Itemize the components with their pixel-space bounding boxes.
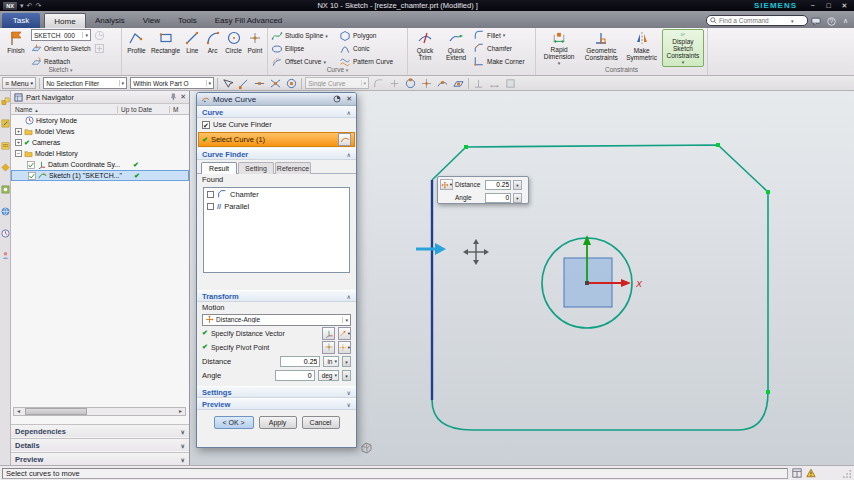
- suppression-checkbox-icon[interactable]: [28, 172, 36, 180]
- selection-filter-combo[interactable]: No Selection Filter ▾: [43, 77, 127, 89]
- point-options-button[interactable]: ▾: [338, 341, 351, 354]
- tab-analysis[interactable]: Analysis: [86, 13, 134, 28]
- quadrant-snap-icon[interactable]: [404, 77, 417, 89]
- minimize-button[interactable]: −: [806, 1, 819, 11]
- navigator-horizontal-scrollbar[interactable]: ◂ ▸: [13, 407, 186, 416]
- use-curve-finder-checkbox[interactable]: ✔: [202, 121, 210, 129]
- studio-spline-button[interactable]: Studio Spline▾: [271, 30, 339, 42]
- section-transform[interactable]: Transform ∧: [197, 290, 356, 302]
- dialog-titlebar[interactable]: Move Curve ✕: [197, 93, 356, 106]
- vertex-point[interactable]: [464, 145, 468, 149]
- maximize-button[interactable]: □: [822, 1, 835, 11]
- column-name[interactable]: Name ▲: [11, 106, 118, 113]
- section-preview[interactable]: Preview ∨: [11, 452, 189, 465]
- suppression-checkbox-icon[interactable]: [27, 161, 35, 169]
- ellipse-button[interactable]: Ellipse: [271, 43, 339, 55]
- scroll-right-icon[interactable]: ▸: [176, 408, 185, 415]
- dialog-options-icon[interactable]: [333, 95, 341, 103]
- scroll-left-icon[interactable]: ◂: [14, 408, 23, 415]
- resize-grip[interactable]: [843, 469, 852, 478]
- follow-fillet-icon[interactable]: [372, 77, 385, 89]
- minimize-ribbon-icon[interactable]: ∧: [843, 17, 848, 25]
- point-on-curve-snap-icon[interactable]: [436, 77, 449, 89]
- scrollbar-thumb[interactable]: [25, 408, 87, 415]
- fillet-dropdown-icon[interactable]: ▾: [503, 32, 506, 38]
- motion-combo-dropdown-icon[interactable]: ▾: [342, 317, 348, 323]
- polygon-button[interactable]: Polygon: [339, 30, 401, 42]
- sketch-name-combo[interactable]: SKETCH_000 ▾: [31, 29, 91, 41]
- apply-button[interactable]: Apply: [259, 416, 297, 429]
- undo-icon[interactable]: ↶: [27, 1, 33, 11]
- tab-result[interactable]: Result: [201, 162, 237, 174]
- selection-filter-dropdown-icon[interactable]: ▾: [119, 80, 125, 86]
- section-dependencies[interactable]: Dependencies ∨: [11, 424, 189, 437]
- arc-button[interactable]: Arc: [204, 29, 222, 67]
- profile-button[interactable]: Profile: [125, 29, 148, 67]
- column-up-to-date[interactable]: Up to Date: [118, 106, 170, 113]
- line-button[interactable]: Line: [183, 29, 201, 67]
- tab-reference[interactable]: Reference: [275, 162, 311, 174]
- tree-row-sketch[interactable]: Sketch (1) "SKETCH..." ✔: [11, 170, 189, 181]
- geometric-constraints-button[interactable]: Geometric Constraints: [581, 29, 621, 67]
- stop-at-intersection-icon[interactable]: [388, 77, 401, 89]
- found-item-chamfer[interactable]: Chamfer: [204, 188, 349, 200]
- history-icon[interactable]: [1, 229, 10, 238]
- collapse-icon[interactable]: −: [15, 150, 22, 157]
- conic-button[interactable]: Conic: [339, 43, 401, 55]
- reuse-library-icon[interactable]: [1, 163, 10, 172]
- tree-row-cameras[interactable]: + ✔ Cameras: [11, 137, 189, 148]
- angle-input[interactable]: [485, 193, 511, 203]
- offset-curve-dropdown-icon[interactable]: ▾: [323, 59, 326, 65]
- distance-unit-combo[interactable]: in▾: [323, 356, 339, 367]
- endpoint-snap-icon[interactable]: [237, 77, 250, 89]
- origin-point[interactable]: [585, 281, 589, 285]
- view-cube-icon[interactable]: [362, 443, 371, 453]
- constraint-navigator-icon[interactable]: [1, 119, 10, 128]
- motion-option-button[interactable]: ▾: [440, 179, 453, 190]
- find-command-input[interactable]: [719, 17, 789, 24]
- panel-close-icon[interactable]: ✕: [180, 93, 186, 101]
- section-preview[interactable]: Preview ∨: [197, 398, 356, 410]
- existing-point-snap-icon[interactable]: [420, 77, 433, 89]
- orient-to-sketch-button[interactable]: Orient to Sketch: [31, 42, 91, 54]
- chamfer-button[interactable]: Chamfer: [473, 42, 531, 54]
- tab-home[interactable]: Home: [44, 13, 86, 28]
- column-modified[interactable]: M: [170, 106, 189, 113]
- make-symmetric-button[interactable]: Make Symmetric: [623, 29, 659, 67]
- vector-dialog-button[interactable]: [322, 327, 335, 340]
- section-settings[interactable]: Settings ∨: [197, 386, 356, 398]
- group-label-sketch[interactable]: Sketch ▾: [0, 66, 121, 75]
- angle-unit-combo[interactable]: deg▾: [318, 370, 339, 381]
- vector-options-button[interactable]: ▾: [338, 327, 351, 340]
- hd3d-tools-icon[interactable]: [1, 185, 10, 194]
- tree-row-datum-csys[interactable]: Datum Coordinate Sy... ✔: [11, 159, 189, 170]
- select-curve-row[interactable]: ✔ Select Curve (1): [198, 132, 355, 147]
- part-navigator-icon[interactable]: [1, 141, 10, 150]
- find-command-dropdown-icon[interactable]: ▾: [791, 18, 794, 24]
- tab-tools[interactable]: Tools: [169, 13, 206, 28]
- alerts-icon[interactable]: [806, 468, 816, 478]
- specify-distance-vector-row[interactable]: ✔ Specify Distance Vector ▾: [197, 326, 356, 340]
- rectangle-button[interactable]: Rectangle: [150, 29, 181, 67]
- tab-setting[interactable]: Setting: [238, 162, 274, 174]
- expand-icon[interactable]: +: [15, 139, 22, 146]
- create-inferred-constraints-icon[interactable]: [472, 77, 485, 89]
- vertex-point[interactable]: [766, 390, 770, 394]
- selection-scope-combo[interactable]: Within Work Part O ▾: [130, 77, 214, 89]
- web-browser-icon[interactable]: [1, 207, 10, 216]
- highlight-selection-icon[interactable]: [221, 77, 234, 89]
- update-model-button[interactable]: [93, 29, 111, 41]
- redo-icon[interactable]: ↷: [35, 1, 41, 11]
- continuous-auto-dimensioning-icon[interactable]: [488, 77, 501, 89]
- chamfer-checkbox[interactable]: [207, 191, 214, 198]
- fillet-button[interactable]: Fillet▾: [473, 29, 531, 41]
- tab-task[interactable]: Task: [2, 13, 40, 28]
- tree-row-model-views[interactable]: + Model Views: [11, 126, 189, 137]
- vertex-point[interactable]: [716, 143, 720, 147]
- help-icon[interactable]: [827, 17, 836, 26]
- specify-pivot-point-row[interactable]: ✔ Specify Pivot Point ▾: [197, 340, 356, 354]
- feedback-icon[interactable]: [811, 17, 821, 26]
- display-sketch-constraints-dropdown-icon[interactable]: ▾: [682, 60, 685, 66]
- curve-rule-combo[interactable]: Single Curve ▾: [305, 77, 369, 89]
- arc-center-snap-icon[interactable]: [285, 77, 298, 89]
